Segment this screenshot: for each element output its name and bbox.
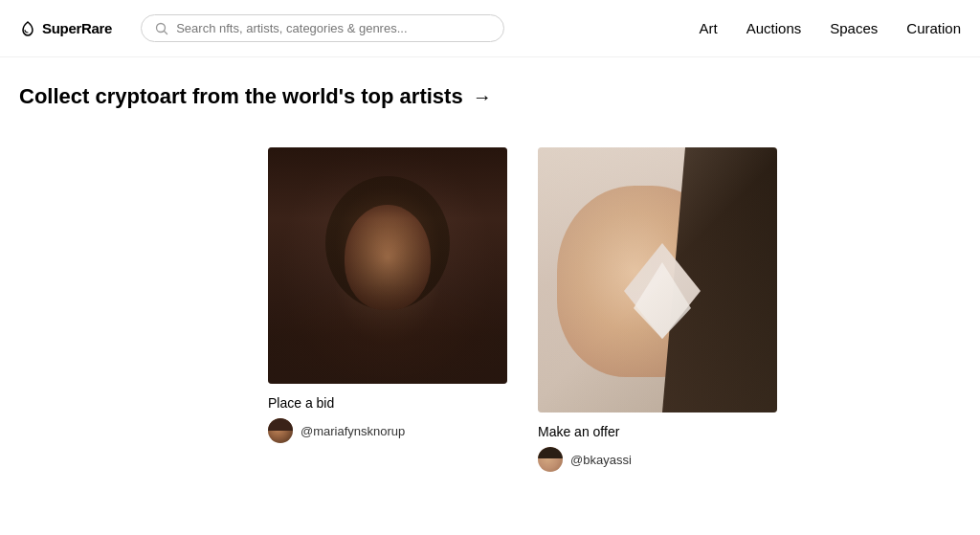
nav-item-art[interactable]: Art <box>700 20 718 36</box>
hero-arrow: → <box>473 86 492 108</box>
nav-item-curation[interactable]: Curation <box>906 20 961 36</box>
artwork-grid: Place a bid @mariafynsknorup Make an off… <box>0 119 980 491</box>
search-icon <box>155 22 168 35</box>
card-action-2: Make an offer <box>538 424 777 439</box>
header: SuperRare Art Auctions Spaces Curation <box>0 0 980 57</box>
superrare-logo-icon <box>19 20 36 37</box>
artist-row-2: @bkayassi <box>538 447 777 472</box>
avatar-2 <box>538 447 563 472</box>
search-input[interactable] <box>176 21 490 35</box>
artist-handle-1: @mariafynsknorup <box>301 424 405 438</box>
main-nav: Art Auctions Spaces Curation <box>700 20 961 36</box>
logo-text: SuperRare <box>42 20 112 36</box>
search-bar[interactable] <box>141 14 504 42</box>
artwork-image-2[interactable] <box>538 147 777 412</box>
hero-section: Collect cryptoart from the world's top a… <box>0 57 980 119</box>
artwork-canvas-1 <box>268 147 507 384</box>
card-info-2: Make an offer @bkayassi <box>538 424 777 472</box>
card-action-1: Place a bid <box>268 395 507 411</box>
artwork-canvas-2 <box>538 147 777 412</box>
logo[interactable]: SuperRare <box>19 20 112 37</box>
avatar-1 <box>268 418 293 443</box>
nav-item-auctions[interactable]: Auctions <box>746 20 802 36</box>
nav-item-spaces[interactable]: Spaces <box>830 20 878 36</box>
artwork-card-1[interactable]: Place a bid @mariafynsknorup <box>268 147 507 443</box>
artist-handle-2: @bkayassi <box>570 453 632 467</box>
svg-line-1 <box>165 31 167 33</box>
artwork-card-2[interactable]: Make an offer @bkayassi <box>538 147 777 472</box>
artist-row-1: @mariafynsknorup <box>268 418 507 443</box>
hero-title[interactable]: Collect cryptoart from the world's top a… <box>19 84 961 109</box>
card-info-1: Place a bid @mariafynsknorup <box>268 395 507 443</box>
artwork-image-1[interactable] <box>268 147 507 384</box>
